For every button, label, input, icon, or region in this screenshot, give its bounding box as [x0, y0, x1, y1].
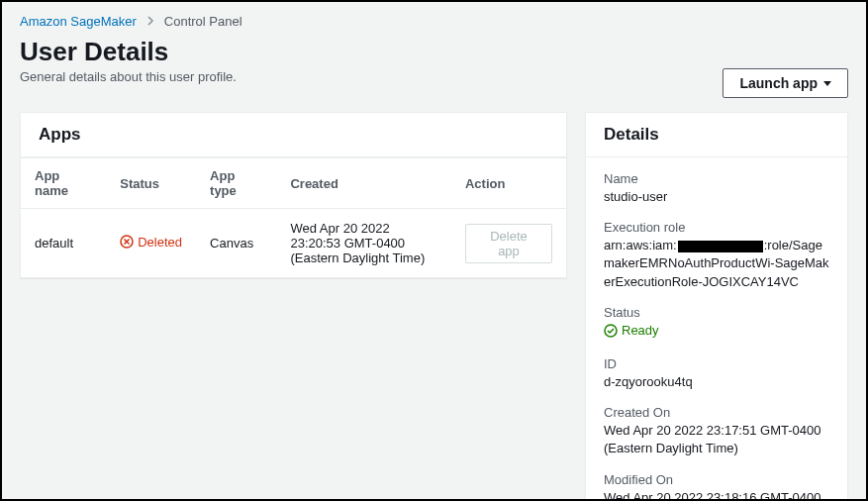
status-badge-ready: Ready [604, 322, 659, 340]
breadcrumb-root-link[interactable]: Amazon SageMaker [20, 14, 137, 29]
detail-role-label: Execution role [604, 220, 829, 235]
cell-created: Wed Apr 20 2022 23:20:53 GMT-0400 (Easte… [276, 209, 451, 278]
detail-status-label: Status [604, 305, 829, 320]
page-description: General details about this user profile. [20, 69, 237, 84]
chevron-right-icon [146, 14, 154, 29]
launch-app-button[interactable]: Launch app [723, 68, 848, 98]
col-created: Created [276, 158, 451, 209]
details-card: Details Name studio-user Execution role … [585, 112, 848, 501]
apps-table: App name Status App type Created Action … [21, 157, 566, 277]
detail-name-value: studio-user [604, 188, 829, 206]
caret-down-icon [823, 81, 831, 86]
detail-created-value: Wed Apr 20 2022 23:17:51 GMT-0400 (Easte… [604, 422, 829, 457]
breadcrumb: Amazon SageMaker Control Panel [20, 14, 848, 29]
status-badge-deleted: Deleted [120, 235, 182, 250]
launch-app-label: Launch app [739, 75, 818, 91]
col-app-type: App type [196, 158, 276, 209]
cell-app-name: default [21, 209, 106, 278]
detail-name-label: Name [604, 171, 829, 186]
detail-modified-label: Modified On [604, 472, 829, 487]
detail-role-value: arn:aws:iam::role/SagemakerEMRNoAuthProd… [604, 237, 829, 291]
apps-card: Apps App name Status App type Created Ac… [20, 112, 567, 278]
detail-id-value: d-zqyorooku4tq [604, 373, 829, 391]
breadcrumb-current: Control Panel [164, 14, 242, 29]
page-title: User Details [20, 37, 237, 67]
circle-check-icon [604, 324, 618, 338]
delete-app-button[interactable]: Delete app [465, 224, 552, 263]
col-app-name: App name [21, 158, 106, 209]
table-row: default Deleted Canvas Wed Apr 20 2022 2… [21, 209, 566, 278]
apps-card-title: Apps [21, 113, 566, 157]
col-action: Action [451, 158, 566, 209]
cell-app-type: Canvas [196, 209, 276, 278]
detail-id-label: ID [604, 356, 829, 371]
detail-modified-value: Wed Apr 20 2022 23:18:16 GMT-0400 (Easte… [604, 489, 829, 501]
circle-x-icon [120, 235, 134, 249]
status-ready-text: Ready [622, 322, 659, 340]
status-text: Deleted [138, 235, 182, 250]
detail-created-label: Created On [604, 405, 829, 420]
details-card-title: Details [586, 113, 847, 157]
col-status: Status [106, 158, 196, 209]
redacted-block [678, 241, 763, 252]
